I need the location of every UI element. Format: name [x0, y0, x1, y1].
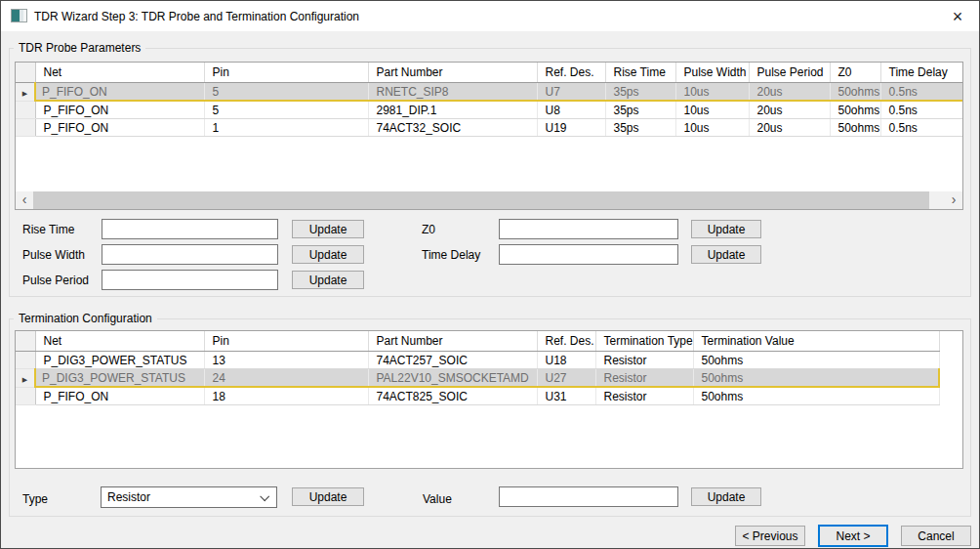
column-header[interactable]: Z0: [830, 63, 880, 83]
table-cell[interactable]: 20us: [749, 119, 830, 137]
column-header[interactable]: Part Number: [368, 63, 537, 83]
table-row[interactable]: ▶P_DIG3_POWER_STATUS24PAL22V10_SMSOCKETA…: [16, 369, 939, 388]
column-header[interactable]: Time Delay: [880, 63, 963, 83]
column-header[interactable]: Net: [35, 331, 204, 352]
table-cell[interactable]: 10us: [675, 101, 749, 119]
table-cell[interactable]: 20us: [749, 101, 830, 119]
table-row[interactable]: P_FIFO_ON174ACT32_SOICU1935ps10us20us50o…: [16, 119, 963, 137]
table-cell[interactable]: 50ohms: [830, 101, 880, 119]
table-cell[interactable]: 20us: [749, 83, 830, 102]
table-cell[interactable]: 2981_DIP.1: [368, 101, 537, 119]
table-cell[interactable]: 74ACT257_SOIC: [368, 352, 537, 369]
scrollbar-thumb[interactable]: [33, 191, 929, 209]
time-delay-label: Time Delay: [422, 248, 480, 262]
table-cell[interactable]: P_DIG3_POWER_STATUS: [35, 369, 204, 388]
table-cell[interactable]: 50ohms: [830, 119, 880, 137]
z0-update-button[interactable]: Update: [691, 220, 761, 238]
next-button[interactable]: Next >: [818, 525, 888, 547]
table-cell[interactable]: 10us: [675, 83, 749, 102]
previous-button[interactable]: < Previous: [735, 526, 805, 546]
pulse-width-input[interactable]: [102, 244, 278, 265]
table-cell[interactable]: 35ps: [605, 83, 675, 102]
pulse-width-update-button[interactable]: Update: [292, 245, 364, 264]
title-bar: TDR Wizard Step 3: TDR Probe and Termina…: [1, 1, 979, 31]
row-selector-cell[interactable]: [16, 352, 35, 369]
table-cell[interactable]: 1: [204, 119, 368, 137]
column-header[interactable]: Termination Value: [693, 331, 939, 352]
table-cell[interactable]: 50ohms: [693, 352, 939, 369]
table-cell[interactable]: 10us: [675, 119, 749, 137]
pulse-period-update-button[interactable]: Update: [292, 271, 364, 289]
cancel-button[interactable]: Cancel: [901, 526, 971, 546]
table-cell[interactable]: Resistor: [595, 352, 693, 369]
close-icon[interactable]: ×: [945, 5, 970, 26]
column-header[interactable]: Pulse Width: [675, 63, 749, 83]
table-cell[interactable]: 74ACT825_SOIC: [368, 387, 537, 405]
table-cell[interactable]: 13: [204, 352, 368, 369]
table-cell[interactable]: P_FIFO_ON: [35, 83, 204, 102]
table-cell[interactable]: PAL22V10_SMSOCKETAMD: [368, 369, 537, 388]
table-cell[interactable]: 50ohms: [830, 83, 880, 102]
table-row[interactable]: P_FIFO_ON1874ACT825_SOICU31Resistor50ohm…: [16, 387, 939, 405]
table-row[interactable]: P_FIFO_ON52981_DIP.1U835ps10us20us50ohms…: [16, 101, 963, 119]
table-cell[interactable]: 5: [204, 83, 368, 102]
column-header[interactable]: Pin: [204, 63, 368, 83]
column-header[interactable]: Net: [35, 63, 204, 83]
rise-time-update-button[interactable]: Update: [292, 220, 364, 238]
row-selector-cell[interactable]: [16, 101, 35, 119]
type-dropdown-value: Resistor: [107, 490, 150, 504]
z0-input[interactable]: [499, 219, 678, 239]
probe-table-hscrollbar[interactable]: ‹ ›: [16, 191, 962, 209]
column-header[interactable]: Ref. Des.: [537, 331, 595, 352]
time-delay-input[interactable]: [499, 244, 678, 265]
type-update-button[interactable]: Update: [292, 487, 364, 506]
row-selector-header: [16, 63, 35, 83]
scroll-right-icon[interactable]: ›: [945, 191, 962, 209]
table-cell[interactable]: 50ohms: [693, 369, 939, 388]
table-cell[interactable]: 74ACT32_SOIC: [368, 119, 537, 137]
table-cell[interactable]: U18: [537, 352, 595, 369]
scroll-left-icon[interactable]: ‹: [16, 191, 33, 209]
table-cell[interactable]: P_FIFO_ON: [35, 101, 204, 119]
table-cell[interactable]: 24: [204, 369, 368, 388]
table-cell[interactable]: U31: [537, 387, 595, 405]
table-cell[interactable]: 0.5ns: [880, 101, 963, 119]
table-row[interactable]: P_DIG3_POWER_STATUS1374ACT257_SOICU18Res…: [16, 352, 939, 369]
table-cell[interactable]: P_FIFO_ON: [35, 387, 204, 405]
column-header[interactable]: Rise Time: [605, 63, 675, 83]
table-cell[interactable]: 35ps: [605, 101, 675, 119]
table-cell[interactable]: 18: [204, 387, 368, 405]
time-delay-update-button[interactable]: Update: [691, 245, 761, 264]
table-cell[interactable]: Resistor: [595, 369, 693, 388]
table-cell[interactable]: U8: [537, 101, 605, 119]
table-cell[interactable]: Resistor: [595, 387, 693, 405]
column-header[interactable]: Pulse Period: [749, 63, 830, 83]
pulse-period-input[interactable]: [102, 270, 278, 290]
pulse-period-label: Pulse Period: [22, 274, 89, 287]
table-cell[interactable]: RNETC_SIP8: [368, 83, 537, 102]
column-header[interactable]: Termination Type: [595, 331, 693, 352]
table-row[interactable]: ▶P_FIFO_ON5RNETC_SIP8U735ps10us20us50ohm…: [16, 83, 963, 102]
table-cell[interactable]: 0.5ns: [880, 83, 963, 102]
column-header[interactable]: Part Number: [368, 331, 537, 352]
table-cell[interactable]: 5: [204, 101, 368, 119]
table-cell[interactable]: 35ps: [605, 119, 675, 137]
table-cell[interactable]: U19: [537, 119, 605, 137]
type-dropdown[interactable]: Resistor: [101, 486, 277, 508]
row-selector-cell[interactable]: [16, 119, 35, 137]
table-cell[interactable]: P_FIFO_ON: [35, 119, 204, 137]
row-selector-cell[interactable]: [16, 387, 35, 405]
table-cell[interactable]: 50ohms: [693, 387, 939, 405]
table-cell[interactable]: U7: [537, 83, 605, 102]
column-header[interactable]: Pin: [204, 331, 368, 352]
table-cell[interactable]: U27: [537, 369, 595, 388]
row-selector-cell[interactable]: ▶: [16, 83, 35, 102]
column-header[interactable]: Ref. Des.: [537, 63, 605, 83]
rise-time-input[interactable]: [102, 219, 278, 239]
table-cell[interactable]: P_DIG3_POWER_STATUS: [35, 352, 204, 369]
table-cell[interactable]: 0.5ns: [880, 119, 963, 137]
row-selector-cell[interactable]: ▶: [16, 369, 35, 388]
probe-group-title: TDR Probe Parameters: [14, 41, 145, 55]
value-input[interactable]: [499, 486, 678, 507]
value-update-button[interactable]: Update: [691, 487, 761, 506]
